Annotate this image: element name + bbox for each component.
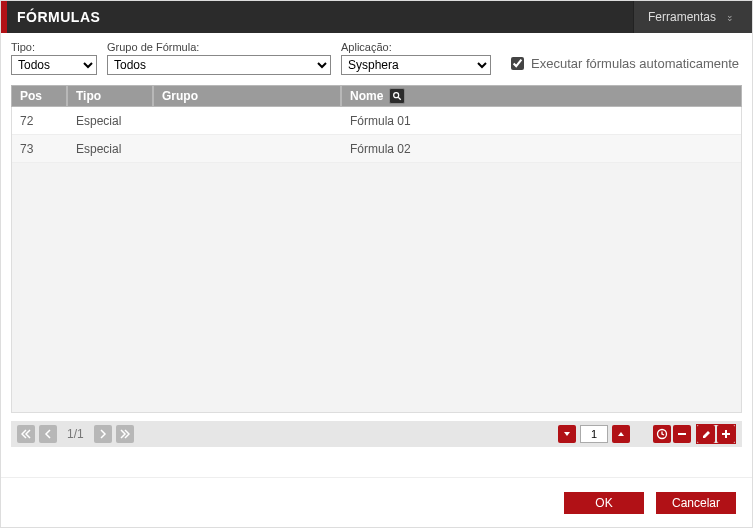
pager-next-icon[interactable]: [94, 425, 112, 443]
action-group-left: [652, 424, 692, 444]
pager-last-icon[interactable]: [116, 425, 134, 443]
filter-tipo-label: Tipo:: [11, 41, 97, 53]
table-body[interactable]: 72 Especial Fórmula 01 73 Especial Fórmu…: [11, 107, 742, 413]
filter-aplicacao-select[interactable]: Sysphera: [341, 55, 491, 75]
svg-point-0: [394, 93, 399, 98]
pager-bar: 1/1: [11, 421, 742, 447]
page-input[interactable]: [580, 425, 608, 443]
tools-label: Ferramentas: [648, 10, 716, 24]
add-button[interactable]: [717, 425, 735, 443]
filter-tipo: Tipo: Todos: [11, 41, 97, 75]
filter-aplicacao-label: Aplicação:: [341, 41, 491, 53]
clock-icon[interactable]: [653, 425, 671, 443]
dialog-footer: OK Cancelar: [1, 477, 752, 527]
remove-button[interactable]: [673, 425, 691, 443]
formulas-table: Pos Tipo Grupo Nome 72 Especial Fórmula …: [11, 85, 742, 413]
table-row[interactable]: 72 Especial Fórmula 01: [12, 107, 741, 135]
auto-exec-checkbox[interactable]: [511, 57, 524, 70]
pager-first-icon[interactable]: [17, 425, 35, 443]
page-up-button[interactable]: [612, 425, 630, 443]
pager-prev-icon[interactable]: [39, 425, 57, 443]
page-title: FÓRMULAS: [7, 1, 633, 33]
cell-nome: Fórmula 02: [342, 142, 741, 156]
filter-grupo: Grupo de Fórmula: Todos: [107, 41, 331, 75]
th-pos[interactable]: Pos: [11, 85, 67, 107]
table-filler: [12, 163, 741, 407]
cell-pos: 73: [12, 142, 68, 156]
auto-exec-row: Executar fórmulas automaticamente: [507, 54, 739, 73]
ok-button[interactable]: OK: [564, 492, 644, 514]
filter-aplicacao: Aplicação: Sysphera: [341, 41, 491, 75]
cell-tipo: Especial: [68, 114, 154, 128]
cancel-button[interactable]: Cancelar: [656, 492, 736, 514]
cell-nome: Fórmula 01: [342, 114, 741, 128]
action-group-right: [696, 424, 736, 444]
th-nome-label: Nome: [350, 89, 383, 103]
table-row[interactable]: 73 Especial Fórmula 02: [12, 135, 741, 163]
page-down-button[interactable]: [558, 425, 576, 443]
th-grupo[interactable]: Grupo: [153, 85, 341, 107]
svg-rect-3: [678, 433, 686, 435]
filter-tipo-select[interactable]: Todos: [11, 55, 97, 75]
tools-menu[interactable]: Ferramentas ⌄⌄: [633, 1, 752, 33]
cell-pos: 72: [12, 114, 68, 128]
svg-line-1: [399, 97, 402, 100]
th-tipo[interactable]: Tipo: [67, 85, 153, 107]
filter-grupo-label: Grupo de Fórmula:: [107, 41, 331, 53]
filter-grupo-select[interactable]: Todos: [107, 55, 331, 75]
pager-text: 1/1: [67, 427, 84, 441]
edit-button[interactable]: [697, 425, 715, 443]
th-nome[interactable]: Nome: [341, 85, 742, 107]
cell-tipo: Especial: [68, 142, 154, 156]
auto-exec-label: Executar fórmulas automaticamente: [531, 56, 739, 71]
chevron-down-icon: ⌄⌄: [726, 13, 734, 21]
table-header: Pos Tipo Grupo Nome: [11, 85, 742, 107]
search-icon[interactable]: [389, 88, 405, 104]
